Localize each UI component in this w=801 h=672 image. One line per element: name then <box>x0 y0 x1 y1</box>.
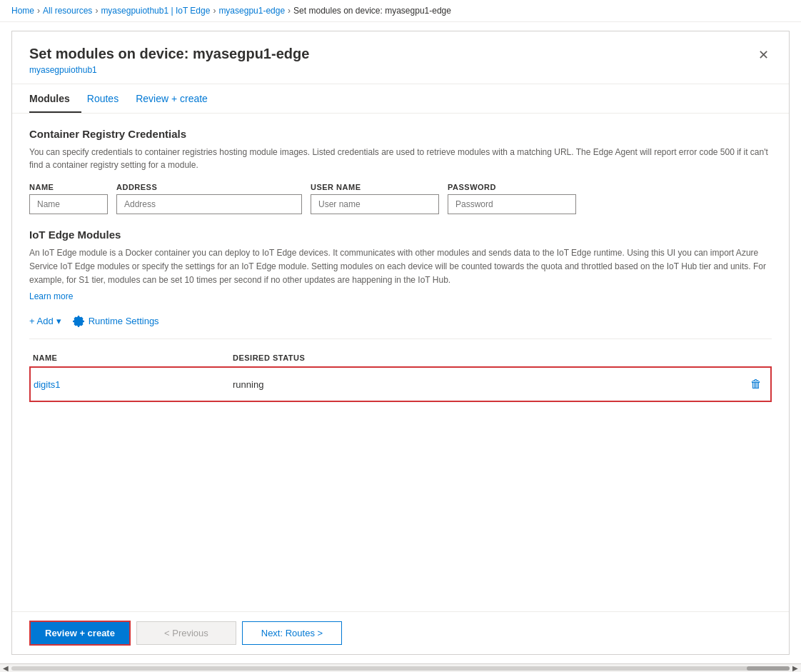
dialog-header: Set modules on device: myasegpu1-edge my… <box>12 31 789 84</box>
address-label: ADDRESS <box>116 183 302 191</box>
tab-routes[interactable]: Routes <box>87 84 130 113</box>
close-button[interactable]: ✕ <box>755 46 772 64</box>
scroll-track[interactable] <box>11 666 790 671</box>
next-routes-button[interactable]: Next: Routes > <box>242 621 342 645</box>
dialog: Set modules on device: myasegpu1-edge my… <box>11 31 790 655</box>
password-label: PASSWORD <box>448 183 576 191</box>
module-name-cell: digits1 <box>30 367 230 401</box>
module-actions-cell: 🗑 <box>387 367 771 401</box>
dialog-content: Container Registry Credentials You can s… <box>12 114 789 611</box>
add-label: + Add <box>29 316 54 326</box>
password-field-group: PASSWORD <box>448 183 576 214</box>
add-button[interactable]: + Add ▾ <box>29 313 61 329</box>
runtime-settings-button[interactable]: Runtime Settings <box>73 313 159 331</box>
iot-edge-modules-section: IoT Edge Modules An IoT Edge module is a… <box>29 229 772 402</box>
username-label: USER NAME <box>311 183 439 191</box>
breadcrumb-sep-2: › <box>95 6 98 16</box>
col-header-status: DESIRED STATUS <box>230 348 387 367</box>
scroll-thumb <box>747 666 790 671</box>
previous-button[interactable]: < Previous <box>136 621 236 645</box>
username-field-group: USER NAME <box>311 183 439 214</box>
breadcrumb-device[interactable]: myasegpu1-edge <box>218 6 285 16</box>
breadcrumb-all-resources[interactable]: All resources <box>43 6 92 16</box>
dialog-title: Set modules on device: myasegpu1-edge <box>29 46 309 62</box>
delete-module-button[interactable]: 🗑 <box>747 375 765 393</box>
scroll-right-arrow[interactable]: ▶ <box>792 664 798 672</box>
review-create-button[interactable]: Review + create <box>29 621 131 646</box>
breadcrumb-iothub[interactable]: myasegpuiothub1 | IoT Edge <box>101 6 210 16</box>
scroll-left-arrow[interactable]: ◀ <box>3 664 9 672</box>
breadcrumb-sep-3: › <box>213 6 216 16</box>
breadcrumb: Home › All resources › myasegpuiothub1 |… <box>0 0 801 22</box>
address-input[interactable] <box>116 194 302 214</box>
table-row: digits1 running 🗑 <box>30 367 771 401</box>
table-divider <box>29 338 772 339</box>
breadcrumb-home[interactable]: Home <box>11 6 34 16</box>
iot-modules-title: IoT Edge Modules <box>29 229 772 241</box>
runtime-settings-label: Runtime Settings <box>89 316 159 326</box>
dialog-footer: Review + create < Previous Next: Routes … <box>12 611 789 654</box>
add-chevron-icon: ▾ <box>56 316 61 326</box>
name-field-group: NAME <box>29 183 108 214</box>
module-status-cell: running <box>230 367 387 401</box>
breadcrumb-sep-4: › <box>288 6 291 16</box>
tabs-bar: Modules Routes Review + create <box>12 84 789 114</box>
modules-table: NAME DESIRED STATUS digits1 running <box>29 348 772 402</box>
tab-modules[interactable]: Modules <box>29 84 81 113</box>
address-field-group: ADDRESS <box>116 183 302 214</box>
name-label: NAME <box>29 183 108 191</box>
learn-more-link[interactable]: Learn more <box>29 291 73 301</box>
gear-icon <box>73 316 84 328</box>
col-header-name: NAME <box>30 348 230 367</box>
action-bar: + Add ▾ Runtime Settings <box>29 313 772 331</box>
breadcrumb-current: Set modules on device: myasegpu1-edge <box>293 6 451 16</box>
breadcrumb-sep-1: › <box>37 6 40 16</box>
dialog-subtitle: myasegpuiothub1 <box>29 65 309 75</box>
col-header-actions <box>387 348 771 367</box>
trash-icon: 🗑 <box>750 378 762 390</box>
container-registry-desc: You can specify credentials to container… <box>29 146 772 171</box>
dialog-title-area: Set modules on device: myasegpu1-edge my… <box>29 46 309 75</box>
registry-credentials-form: NAME ADDRESS USER NAME PASSWORD <box>29 183 772 214</box>
iot-modules-desc: An IoT Edge module is a Docker container… <box>29 246 772 288</box>
tab-review-create[interactable]: Review + create <box>136 84 219 113</box>
name-input[interactable] <box>29 194 108 214</box>
horizontal-scrollbar[interactable]: ◀ ▶ <box>0 663 801 672</box>
module-name-link[interactable]: digits1 <box>34 379 61 390</box>
container-registry-title: Container Registry Credentials <box>29 128 772 140</box>
password-input[interactable] <box>448 194 576 214</box>
username-input[interactable] <box>311 194 439 214</box>
container-registry-section: Container Registry Credentials You can s… <box>29 128 772 214</box>
